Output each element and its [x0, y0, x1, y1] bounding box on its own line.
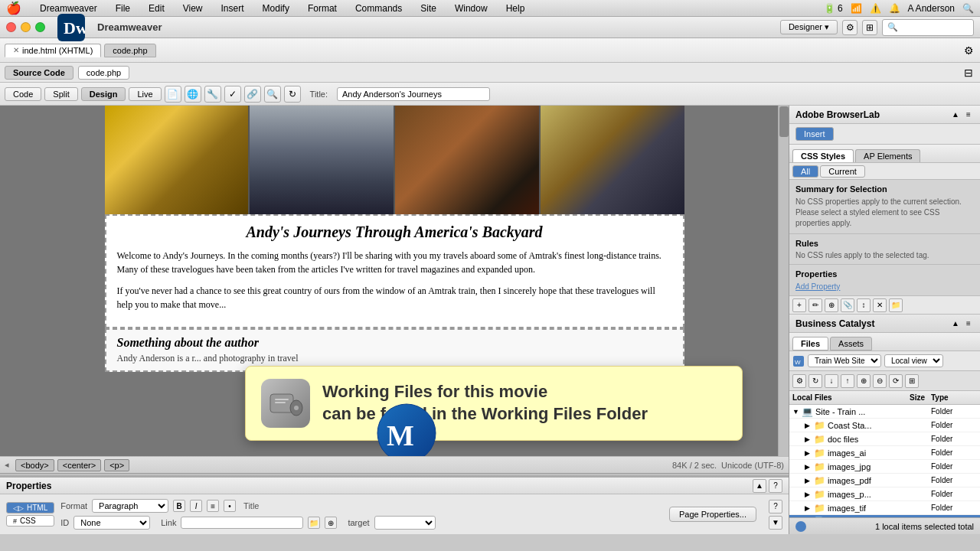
- live-view-button[interactable]: Live: [129, 87, 161, 101]
- file-row-1[interactable]: ▶ 📁 doc files Folder: [789, 432, 980, 446]
- source-code-button[interactable]: Source Code: [5, 66, 74, 80]
- expand-panel-icon[interactable]: ⊞: [905, 374, 919, 388]
- maximize-button[interactable]: [35, 22, 45, 32]
- format-bold-icon[interactable]: B: [173, 500, 185, 512]
- help-icon[interactable]: ?: [769, 500, 782, 514]
- connect-icon[interactable]: ⚙: [792, 374, 806, 388]
- link-target-icon[interactable]: ⊕: [325, 517, 337, 529]
- tab-code-php[interactable]: code.php: [104, 44, 155, 57]
- tab-inde-html[interactable]: ✕ inde.html (XHTML): [5, 44, 101, 57]
- panel-collapse-icon[interactable]: ▲: [950, 109, 961, 120]
- new-window-icon[interactable]: ⊞: [862, 20, 877, 35]
- expand-arrow-0[interactable]: ▶: [805, 422, 814, 429]
- panel-options-icon[interactable]: ⚙: [962, 44, 975, 57]
- close-button[interactable]: [6, 22, 16, 32]
- menu-edit[interactable]: Edit: [145, 3, 168, 14]
- expand-icon[interactable]: ▼: [769, 516, 782, 530]
- file-row-4[interactable]: ▶ 📁 images_pdf Folder: [789, 474, 980, 487]
- menu-modify[interactable]: Modify: [260, 3, 292, 14]
- css-folder-icon[interactable]: 📁: [889, 298, 903, 312]
- code-php-button[interactable]: code.php: [78, 66, 129, 80]
- tab-close-icon[interactable]: ✕: [13, 46, 19, 54]
- all-tab[interactable]: All: [792, 165, 818, 178]
- page-properties-button[interactable]: Page Properties...: [669, 507, 756, 522]
- check-in-icon[interactable]: ⊖: [873, 374, 887, 388]
- menu-commands[interactable]: Commands: [352, 3, 405, 14]
- link-folder-icon[interactable]: 📁: [308, 517, 320, 529]
- ap-elements-tab[interactable]: AP Elements: [855, 149, 920, 162]
- scroll-thumb[interactable]: [779, 106, 789, 137]
- zoom-icon[interactable]: 🔍: [264, 86, 281, 103]
- file-row-6[interactable]: ▶ 📁 images_tif Folder: [789, 501, 980, 515]
- file-row-5[interactable]: ▶ 📁 images_p... Folder: [789, 487, 980, 501]
- format-select[interactable]: Paragraph: [92, 499, 168, 513]
- refresh-files-icon[interactable]: ↻: [808, 374, 822, 388]
- expand-arrow-5[interactable]: ▶: [805, 491, 814, 498]
- files-tab[interactable]: Files: [792, 337, 828, 350]
- apple-menu[interactable]: 🍎: [6, 1, 21, 15]
- tag-p[interactable]: <p>: [104, 459, 129, 471]
- css-prop-button[interactable]: # CSS: [6, 515, 54, 527]
- toolbar-settings-icon[interactable]: ⚙: [842, 20, 858, 35]
- html-prop-button[interactable]: ◁▷ HTML: [6, 502, 54, 514]
- css-edit-rule-icon[interactable]: ✏: [808, 298, 822, 312]
- debug-icon[interactable]: 🔧: [204, 86, 221, 103]
- expand-arrow-3[interactable]: ▶: [805, 463, 814, 471]
- split-view-button[interactable]: Split: [44, 87, 77, 101]
- designer-button[interactable]: Designer ▾: [780, 20, 838, 34]
- expand-arrow-2[interactable]: ▶: [805, 449, 814, 457]
- filter-icon[interactable]: ⊟: [962, 66, 975, 80]
- menu-site[interactable]: Site: [417, 3, 439, 14]
- panel-options-icon[interactable]: ≡: [963, 109, 974, 120]
- css-attach-icon[interactable]: 📎: [841, 298, 854, 312]
- file-icon[interactable]: 📄: [165, 86, 181, 103]
- refresh-icon[interactable]: ↻: [284, 86, 301, 103]
- menu-format[interactable]: Format: [305, 3, 340, 14]
- site-name-select[interactable]: Train Web Site: [808, 354, 881, 367]
- assets-tab[interactable]: Assets: [830, 337, 872, 350]
- expand-arrow-1[interactable]: ▶: [805, 435, 814, 443]
- tag-body[interactable]: <body>: [15, 459, 54, 471]
- link-input[interactable]: [181, 517, 303, 529]
- id-select[interactable]: None: [74, 516, 150, 530]
- menu-window[interactable]: Window: [452, 3, 491, 14]
- expand-arrow-root[interactable]: ▼: [792, 408, 802, 416]
- sync-icon[interactable]: ⟳: [889, 374, 903, 388]
- css-target-icon[interactable]: ⊕: [825, 298, 838, 312]
- bc-options-icon[interactable]: ≡: [963, 318, 974, 329]
- put-files-icon[interactable]: ↑: [841, 374, 854, 388]
- get-files-icon[interactable]: ↓: [825, 374, 838, 388]
- file-row-2[interactable]: ▶ 📁 images_ai Folder: [789, 446, 980, 460]
- search-menubar-icon[interactable]: 🔍: [962, 3, 974, 14]
- format-list-icon[interactable]: •: [224, 500, 236, 512]
- css-delete-icon[interactable]: ✕: [873, 298, 887, 312]
- minimize-button[interactable]: [21, 22, 31, 32]
- css-new-rule-icon[interactable]: +: [792, 298, 806, 312]
- css-move-icon[interactable]: ↕: [857, 298, 871, 312]
- vertical-scrollbar[interactable]: [778, 106, 789, 456]
- browser-preview-icon[interactable]: 🌐: [185, 86, 201, 103]
- target-select[interactable]: [374, 516, 436, 530]
- view-name-select[interactable]: Local view: [884, 354, 943, 367]
- tag-center[interactable]: <center>: [57, 459, 101, 471]
- file-row-root[interactable]: ▼ 💻 Site - Train ... Folder: [789, 405, 980, 419]
- add-property-link[interactable]: Add Property: [795, 282, 840, 291]
- expand-arrow-4[interactable]: ▶: [805, 477, 814, 484]
- prop-help-icon[interactable]: ?: [769, 479, 782, 493]
- bc-collapse-icon[interactable]: ▲: [950, 318, 961, 329]
- menu-file[interactable]: File: [113, 3, 133, 14]
- design-view-button[interactable]: Design: [81, 87, 126, 101]
- prop-expand-icon[interactable]: ▲: [753, 479, 766, 493]
- check-links-icon[interactable]: 🔗: [244, 86, 261, 103]
- insert-tab-button[interactable]: Insert: [795, 127, 834, 141]
- expand-arrow-6[interactable]: ▶: [805, 504, 814, 512]
- check-out-icon[interactable]: ⊕: [857, 374, 871, 388]
- menu-dreamweaver[interactable]: Dreamweaver: [37, 3, 100, 14]
- validate-icon[interactable]: ✓: [224, 86, 241, 103]
- css-styles-tab[interactable]: CSS Styles: [792, 149, 854, 162]
- menu-help[interactable]: Help: [503, 3, 528, 14]
- menu-insert[interactable]: Insert: [218, 3, 247, 14]
- format-align-icon[interactable]: ≡: [207, 500, 219, 512]
- format-italic-icon[interactable]: I: [190, 500, 202, 512]
- menu-view[interactable]: View: [180, 3, 206, 14]
